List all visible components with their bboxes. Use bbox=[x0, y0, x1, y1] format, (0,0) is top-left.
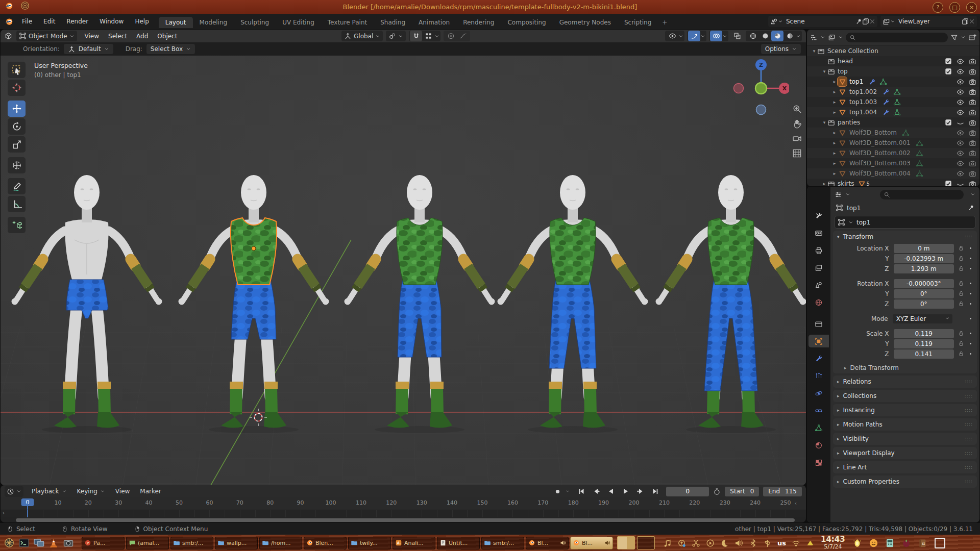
hide-eye-toggle[interactable] bbox=[957, 68, 964, 76]
jump-to-end-button[interactable] bbox=[648, 486, 662, 496]
next-keyframe-button[interactable] bbox=[633, 486, 647, 496]
lock-open-icon[interactable] bbox=[958, 300, 965, 307]
tray-clipboard-scissors-icon[interactable] bbox=[692, 539, 700, 547]
drag-dropdown[interactable]: Select Box bbox=[146, 44, 195, 54]
drag-dots-icon[interactable]: :::: bbox=[965, 465, 973, 470]
panel-relations[interactable]: ▸Relations:::: bbox=[833, 375, 977, 388]
chevron-down-icon[interactable] bbox=[970, 192, 975, 197]
visibility-checkbox[interactable] bbox=[945, 58, 952, 65]
lock-open-icon[interactable] bbox=[958, 340, 965, 347]
animate-dot-icon[interactable] bbox=[968, 341, 973, 346]
viewport-menu-select[interactable]: Select bbox=[104, 33, 132, 40]
timeline-ruler[interactable]: 0102030405060708090100110120130140150160… bbox=[1, 497, 806, 510]
show-desktop-button[interactable] bbox=[935, 538, 945, 548]
shading-rendered-button[interactable] bbox=[783, 31, 796, 41]
transform-orientation-dropdown[interactable]: Global bbox=[341, 31, 383, 41]
panel-instancing[interactable]: ▸Instancing:::: bbox=[833, 404, 977, 416]
tab-layout[interactable]: Layout bbox=[159, 17, 193, 28]
timeline-menu-view[interactable]: View bbox=[110, 488, 135, 495]
tab-uv-editing[interactable]: UV Editing bbox=[276, 17, 321, 28]
gizmos-toggle[interactable] bbox=[688, 31, 700, 41]
animate-dot-icon[interactable] bbox=[968, 352, 973, 356]
drag-dots-icon[interactable]: :::: bbox=[965, 379, 973, 384]
tray-app-calculator-icon[interactable] bbox=[885, 538, 895, 548]
render-visibility-toggle[interactable] bbox=[969, 160, 976, 167]
hide-eye-toggle[interactable] bbox=[957, 98, 964, 106]
drag-dots-icon[interactable]: :::: bbox=[965, 408, 973, 413]
taskbar-window-2[interactable]: (amal... bbox=[126, 537, 169, 549]
keyboard-layout-indicator[interactable]: us bbox=[777, 539, 786, 547]
expand-arrow-icon[interactable]: ▸ bbox=[831, 161, 838, 166]
panel-visibility[interactable]: ▸Visibility:::: bbox=[833, 433, 977, 445]
transform-panel-header[interactable]: ▾ Transform :::: bbox=[833, 231, 977, 243]
snap-toggle[interactable] bbox=[410, 31, 422, 41]
drag-dots-icon[interactable]: :::: bbox=[965, 479, 973, 484]
scale-value-field[interactable]: 0.119 bbox=[894, 339, 954, 348]
rotation-value-field[interactable]: -0.000003° bbox=[894, 279, 954, 288]
launcher-vlc[interactable] bbox=[47, 537, 60, 549]
timeline-menu-keying[interactable]: Keying bbox=[72, 488, 110, 495]
camera-view-control[interactable] bbox=[792, 134, 802, 143]
outliner-row-wolf3d-bottom-002[interactable]: ▸Wolf3D_Bottom.002 bbox=[807, 148, 979, 158]
taskbar-window-12[interactable]: Bl... bbox=[570, 537, 613, 549]
pivot-point-dropdown[interactable] bbox=[386, 31, 406, 41]
visibility-checkbox[interactable] bbox=[945, 119, 952, 126]
shade-button[interactable]: □ bbox=[949, 2, 960, 13]
expand-arrow-icon[interactable]: ▸ bbox=[831, 79, 838, 84]
properties-tab-material[interactable] bbox=[808, 439, 829, 452]
timeline-menu-marker[interactable]: Marker bbox=[135, 488, 166, 495]
copy-icon[interactable] bbox=[962, 18, 969, 25]
tool-add-cube-button[interactable] bbox=[8, 217, 26, 233]
play-button[interactable] bbox=[619, 486, 632, 496]
jump-to-start-button[interactable] bbox=[574, 486, 588, 496]
hide-eye-toggle[interactable] bbox=[957, 160, 964, 167]
menu-edit[interactable]: Edit bbox=[38, 18, 61, 25]
taskbar-window-7[interactable]: twily... bbox=[348, 537, 391, 549]
tray-volume-icon[interactable] bbox=[734, 539, 743, 547]
scale-value-field[interactable]: 0.141 bbox=[894, 349, 954, 359]
frame-start-field[interactable]: Start 0 bbox=[725, 487, 759, 496]
render-visibility-toggle[interactable] bbox=[969, 170, 976, 178]
taskbar-window-5[interactable]: /hom... bbox=[259, 537, 302, 549]
taskbar-window-8[interactable]: Anali... bbox=[393, 537, 435, 549]
pan-hand-control[interactable] bbox=[792, 119, 802, 129]
taskbar-window-1[interactable]: PPa... bbox=[82, 537, 125, 549]
expand-arrow-icon[interactable]: ▾ bbox=[811, 48, 817, 54]
properties-tab-world[interactable] bbox=[808, 296, 829, 309]
render-visibility-toggle[interactable] bbox=[969, 88, 976, 96]
animate-dot-icon[interactable] bbox=[968, 281, 973, 286]
clock[interactable]: 14:43 5/7/24 bbox=[821, 536, 845, 549]
panel-collections[interactable]: ▸Collections:::: bbox=[833, 390, 977, 402]
filter-funnel-icon[interactable] bbox=[950, 34, 958, 41]
tab-rendering[interactable]: Rendering bbox=[456, 17, 501, 28]
properties-tab-physics[interactable] bbox=[808, 387, 829, 399]
taskbar-window-3[interactable]: smb:/... bbox=[170, 537, 213, 549]
tool-annotate-button[interactable] bbox=[8, 178, 26, 194]
lock-open-icon[interactable] bbox=[958, 330, 965, 337]
outliner-row-head[interactable]: head bbox=[807, 56, 979, 66]
mode-dropdown[interactable]: Object Mode bbox=[16, 31, 77, 41]
rotation-value-field[interactable]: 0° bbox=[894, 289, 954, 298]
drag-dots-icon[interactable]: :::: bbox=[965, 436, 973, 441]
pin-icon[interactable] bbox=[855, 18, 862, 25]
animate-dot-icon[interactable] bbox=[968, 302, 973, 306]
tray-software-update-icon[interactable] bbox=[677, 539, 686, 547]
menu-window[interactable]: Window bbox=[94, 18, 129, 25]
render-visibility-toggle[interactable] bbox=[969, 129, 976, 137]
tool-scale-button[interactable] bbox=[8, 136, 26, 153]
drag-dots-icon[interactable]: :::: bbox=[965, 234, 973, 239]
menu-file[interactable]: File bbox=[16, 18, 38, 25]
panel-line-art[interactable]: ▸Line Art:::: bbox=[833, 461, 977, 473]
taskbar-window-9[interactable]: Untit... bbox=[437, 537, 480, 549]
menu-help[interactable]: Help bbox=[129, 18, 154, 25]
object-name-field[interactable]: top1 bbox=[835, 216, 975, 229]
pager-desktop-1[interactable] bbox=[617, 536, 635, 549]
viewport-3d[interactable]: User Perspective (0) other | top1 ZX bbox=[1, 56, 806, 485]
properties-tab-render[interactable] bbox=[808, 227, 829, 239]
render-visibility-toggle[interactable] bbox=[969, 139, 976, 147]
animate-dot-icon[interactable] bbox=[968, 266, 973, 271]
outliner-display-mode-dropdown[interactable] bbox=[810, 34, 818, 41]
lock-open-icon[interactable] bbox=[958, 255, 965, 262]
properties-tab-texture[interactable] bbox=[808, 456, 829, 469]
drag-dots-icon[interactable]: :::: bbox=[965, 393, 973, 398]
